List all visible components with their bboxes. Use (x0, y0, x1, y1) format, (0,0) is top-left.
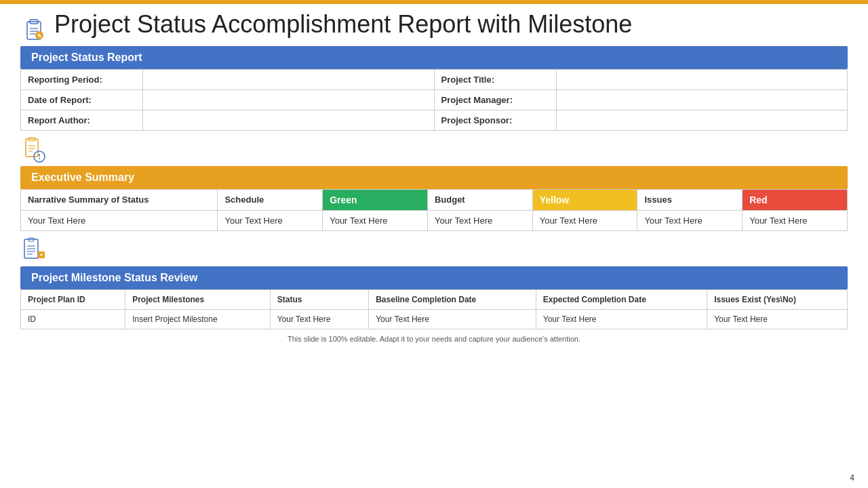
project-status-header: Project Status Report (20, 46, 848, 69)
green-status-header: Green (323, 190, 428, 211)
schedule-header: Schedule (218, 190, 323, 211)
project-manager-value (556, 90, 848, 110)
clipboard-icon: ✎ (20, 16, 47, 43)
narrative-summary-header: Narrative Summary of Status (21, 190, 218, 211)
exec-data-row: Your Text Here Your Text Here Your Text … (21, 211, 848, 231)
svg-text:✎: ✎ (37, 33, 42, 39)
milestone-table: Project Plan ID Project Milestones Statu… (20, 289, 848, 329)
issues-value: Your Text Here (637, 211, 743, 231)
project-status-section: Project Status Report Reporting Period: … (20, 46, 848, 131)
project-sponsor-value (556, 110, 848, 131)
red-value: Your Text Here (743, 211, 848, 231)
project-title-value (556, 70, 848, 90)
svg-rect-7 (26, 139, 38, 157)
schedule-value: Your Text Here (218, 211, 323, 231)
table-row: Report Author: Project Sponsor: (21, 110, 848, 131)
expected-completion-header: Expected Completion Date (536, 290, 707, 310)
table-row: Date of Report: Project Manager: (21, 90, 848, 110)
yellow-value: Your Text Here (532, 211, 637, 231)
table-row: Reporting Period: Project Title: (21, 70, 848, 90)
budget-header: Budget (427, 190, 532, 211)
project-milestones-value: Insert Project Milestone (125, 310, 271, 329)
reporting-period-value (143, 70, 435, 90)
status-header: Status (270, 290, 368, 310)
milestone-section: Project Milestone Status Review Project … (20, 266, 848, 329)
yellow-status-header: Yellow (532, 190, 637, 211)
milestone-header: Project Milestone Status Review (20, 266, 848, 289)
status-value: Your Text Here (270, 310, 368, 329)
project-plan-id-header: Project Plan ID (21, 290, 125, 310)
issues-exist-value: Your Text Here (707, 310, 848, 329)
executive-summary-header: Executive Summary (20, 166, 848, 189)
report-author-value (143, 110, 435, 131)
green-value: Your Text Here (323, 211, 428, 231)
page-title: ✎ Project Status Accomplishment Report w… (20, 11, 848, 43)
project-title-label: Project Title: (434, 70, 556, 90)
milestone-icon (20, 237, 47, 264)
project-manager-label: Project Manager: (434, 90, 556, 110)
project-plan-id-value: ID (21, 310, 125, 329)
section2-icon-row (20, 136, 848, 163)
section3-icon-row (20, 237, 848, 264)
project-status-table: Reporting Period: Project Title: Date of… (20, 69, 848, 131)
report-author-label: Report Author: (21, 110, 143, 131)
reporting-period-label: Reporting Period: (21, 70, 143, 90)
exec-header-row: Narrative Summary of Status Schedule Gre… (21, 190, 848, 211)
red-status-header: Red (743, 190, 848, 211)
baseline-completion-value: Your Text Here (369, 310, 536, 329)
date-of-report-label: Date of Report: (21, 90, 143, 110)
executive-summary-table: Narrative Summary of Status Schedule Gre… (20, 189, 848, 231)
executive-summary-section: Executive Summary Narrative Summary of S… (20, 166, 848, 231)
date-of-report-value (143, 90, 435, 110)
expected-completion-value: Your Text Here (536, 310, 707, 329)
page-number: 4 (850, 473, 854, 483)
narrative-summary-value: Your Text Here (21, 211, 218, 231)
baseline-completion-header: Baseline Completion Date (369, 290, 536, 310)
document-icon (20, 136, 47, 163)
project-milestones-header: Project Milestones (125, 290, 271, 310)
issues-header: Issues (637, 190, 743, 211)
footer-text: This slide is 100% editable. Adapt it to… (20, 335, 848, 343)
issues-exist-header: Issues Exist (Yes\No) (707, 290, 848, 310)
project-sponsor-label: Project Sponsor: (434, 110, 556, 131)
budget-value: Your Text Here (427, 211, 532, 231)
milestone-header-row: Project Plan ID Project Milestones Statu… (21, 290, 848, 310)
milestone-data-row: ID Insert Project Milestone Your Text He… (21, 310, 848, 329)
